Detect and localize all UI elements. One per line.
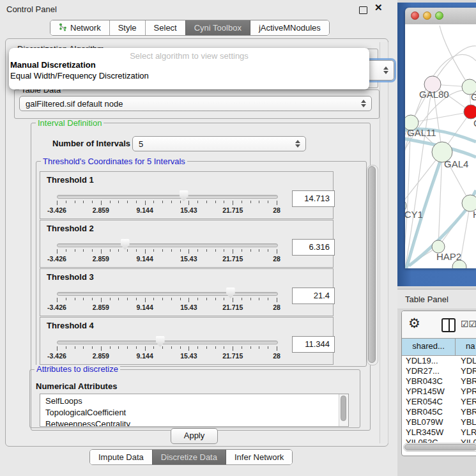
node-label: GAL11 — [407, 127, 436, 138]
tab-select[interactable]: Select — [145, 20, 185, 35]
tick-mark — [136, 298, 137, 300]
table-row[interactable]: YER054CYER0... — [402, 397, 476, 407]
tick-label: 28 — [273, 303, 280, 311]
tick-mark — [162, 249, 163, 252]
table-horizontal-scrollbar[interactable] — [403, 443, 476, 452]
algorithm-option-manual-discretization[interactable]: Manual Discretization — [10, 60, 96, 70]
close-traffic-light-icon[interactable] — [411, 12, 419, 20]
table-row[interactable]: YBR045CYBR0... — [402, 407, 476, 417]
tick-mark — [75, 201, 75, 203]
tick-mark — [180, 346, 181, 349]
panel-scrollbar[interactable] — [380, 42, 388, 443]
network-node-c[interactable] — [464, 105, 476, 119]
tab-impute-data[interactable]: Impute Data — [90, 450, 152, 464]
tick-mark — [259, 201, 259, 203]
tab-jactivemnodules[interactable]: jActiveMNodules — [250, 20, 329, 35]
tick-mark — [233, 298, 233, 302]
cell-shared-name: YBL079W — [402, 417, 456, 427]
zoom-traffic-light-icon[interactable] — [435, 12, 443, 20]
table-data-select[interactable]: galFiltered.sif default node — [19, 96, 372, 111]
minimize-traffic-light-icon[interactable] — [423, 12, 431, 20]
table-row[interactable]: YBL079WYBL0... — [402, 417, 476, 427]
tick-mark — [153, 298, 154, 300]
tick-mark — [268, 201, 268, 203]
close-icon[interactable]: ✕ — [374, 2, 383, 13]
slider-thumb[interactable] — [156, 336, 165, 347]
threshold-value-field[interactable]: 14.713 — [292, 190, 335, 207]
spinner-arrows-icon — [295, 140, 300, 148]
network-window-titlebar[interactable] — [405, 8, 476, 25]
list-item-betweennesscentrality[interactable]: BetweennessCentrality — [40, 418, 348, 427]
tab-style[interactable]: Style — [109, 20, 145, 35]
slider-thumb[interactable] — [180, 190, 188, 201]
checkbox-icons[interactable]: ☑☑ — [461, 319, 476, 329]
apply-button[interactable]: Apply — [171, 428, 218, 444]
thresholds-scrollbar[interactable] — [367, 165, 378, 365]
network-canvas[interactable]: GAL80GCGAL11GAL4GCY1HHAP2 — [405, 24, 476, 268]
tick-mark — [110, 346, 111, 349]
tab-infer-network[interactable]: Infer Network — [226, 450, 292, 464]
tick-mark — [180, 298, 181, 300]
slider-track[interactable] — [57, 341, 278, 344]
slider-track[interactable] — [57, 292, 278, 296]
column-header-shared-name[interactable]: shared... — [402, 339, 456, 355]
tick-mark — [57, 201, 58, 205]
scrollbar-thumb[interactable] — [368, 166, 376, 363]
tick-mark — [171, 298, 172, 300]
cell-shared-name: YDL19... — [402, 356, 456, 366]
tick-mark — [66, 249, 66, 252]
tick-mark — [277, 346, 277, 351]
panel-title: Control Panel — [6, 4, 57, 14]
tab-label: Infer Network — [234, 452, 284, 462]
numerical-attributes-list[interactable]: SelfLoopsTopologicalCoefficientBetweenne… — [40, 394, 349, 427]
slider-ticks: -3.4262.8599.14415.4321.71528 — [57, 346, 277, 360]
tick-mark — [242, 346, 242, 349]
tick-mark — [145, 346, 146, 351]
tab-network[interactable]: Network — [50, 20, 109, 35]
attributes-group-label: Attributes to discretize — [35, 365, 120, 373]
slider-track[interactable] — [57, 195, 278, 199]
tick-mark — [57, 298, 58, 302]
list-item-selfloops[interactable]: SelfLoops — [40, 395, 348, 407]
table-row[interactable]: YDL19...YDL1... — [402, 356, 476, 366]
list-item-topologicalcoefficient[interactable]: TopologicalCoefficient — [40, 407, 348, 418]
threshold-value-field[interactable]: 11.344 — [292, 336, 335, 353]
tick-mark — [197, 298, 198, 300]
tick-mark — [83, 201, 84, 203]
table-header-row: shared... na — [402, 338, 476, 356]
threshold-value-field[interactable]: 21.4 — [292, 288, 335, 304]
table-toolbar: ⚙ ☑☑ — [402, 311, 476, 338]
node-label: G — [471, 91, 476, 102]
column-header-name[interactable]: na — [456, 339, 476, 355]
threshold-value-field[interactable]: 6.316 — [292, 239, 335, 256]
tick-mark — [171, 201, 172, 203]
tick-label: 28 — [273, 255, 280, 263]
table-row[interactable]: YPR145WYPR1... — [402, 387, 476, 397]
table-row[interactable]: YDR27...YDR2... — [402, 366, 476, 376]
slider-thumb[interactable] — [121, 239, 130, 250]
tick-mark — [215, 298, 216, 300]
table-row[interactable]: YLR345WYLR3... — [402, 427, 476, 438]
tab-discretize-data[interactable]: Discretize Data — [152, 450, 226, 464]
tick-mark — [242, 298, 242, 300]
float-window-icon[interactable] — [359, 6, 367, 14]
tick-mark — [153, 201, 154, 203]
tick-label: 9.144 — [136, 352, 153, 360]
split-columns-icon[interactable] — [441, 318, 456, 332]
node-label: GAL80 — [419, 89, 449, 100]
tick-mark — [118, 249, 119, 252]
cell-shared-name: YLR345W — [402, 427, 456, 438]
number-of-intervals-select[interactable]: 5 — [132, 136, 306, 151]
algorithm-option-equal-width-frequency-discretization[interactable]: Equal Width/Frequency Discretization — [10, 71, 149, 81]
table-row[interactable]: YBR043CYBR0... — [402, 376, 476, 387]
gear-icon[interactable]: ⚙ — [408, 316, 420, 331]
slider-track[interactable] — [57, 243, 278, 247]
tab-cyni-toolbox[interactable]: Cyni Toolbox — [185, 20, 250, 35]
scrollbar-thumb[interactable] — [404, 444, 476, 450]
network-edge — [405, 84, 433, 268]
scrollbar-thumb[interactable] — [341, 395, 346, 421]
threshold-panel-3: Threshold 3-3.4262.8599.14415.4321.71528… — [40, 268, 334, 316]
slider-thumb[interactable] — [226, 288, 235, 298]
attributes-scrollbar[interactable] — [339, 394, 348, 426]
tick-mark — [136, 346, 137, 349]
